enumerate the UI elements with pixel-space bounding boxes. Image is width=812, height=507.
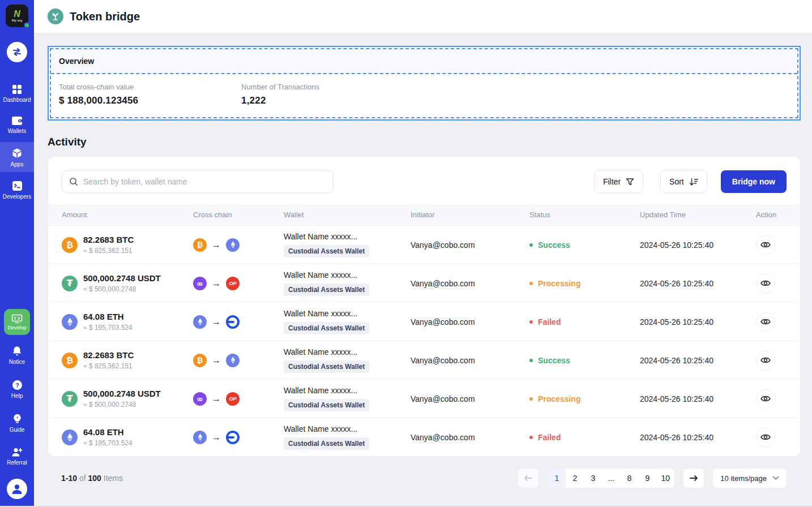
top-header: Token bridge bbox=[34, 0, 812, 33]
develop-monitor-icon bbox=[11, 314, 23, 324]
sidebar-item-label: Notice bbox=[9, 359, 25, 365]
action-cell bbox=[756, 274, 800, 293]
updated-time-cell: 2024-05-26 10:25:40 bbox=[640, 317, 756, 326]
table-body: ₿82.2683 BTC≈ $ 825,362.151₿→Wallet Name… bbox=[48, 225, 800, 456]
bridge-now-button[interactable]: Bridge now bbox=[721, 170, 787, 193]
search-box[interactable] bbox=[62, 170, 334, 193]
table-row[interactable]: ₿82.2683 BTC≈ $ 825,362.151₿→Wallet Name… bbox=[48, 341, 800, 379]
amount-cell: 64.08 ETH≈ $ 195,703.524 bbox=[62, 427, 193, 447]
overview-card[interactable]: Overview Total cross-chain value $ 188,0… bbox=[48, 46, 801, 121]
page-ellipsis[interactable]: ... bbox=[602, 469, 620, 488]
cross-chain-cell: ₿→ bbox=[193, 354, 284, 367]
table-row[interactable]: 64.08 ETH≈ $ 195,703.524→Wallet Name xxx… bbox=[48, 418, 800, 456]
table-row[interactable]: 64.08 ETH≈ $ 195,703.524→Wallet Name xxx… bbox=[48, 302, 800, 341]
wallet-cell: Wallet Name xxxxx...Custodial Assets Wal… bbox=[284, 232, 411, 257]
table-row[interactable]: ₮500,000.2748 USDT≈ $ 500,000.2748∞→OPWa… bbox=[48, 264, 800, 302]
items-per-page-select[interactable]: 10 items/page bbox=[712, 468, 787, 488]
initiator-cell: Vanya@cobo.com bbox=[411, 394, 529, 403]
org-logo[interactable]: N My org bbox=[6, 5, 28, 27]
wallet-name: Wallet Name xxxxx... bbox=[284, 424, 411, 433]
stat-value: $ 188,000.123456 bbox=[59, 95, 241, 106]
initiator-cell: Vanya@cobo.com bbox=[411, 240, 529, 250]
sidebar-item-apps[interactable]: Apps bbox=[0, 142, 34, 172]
table-row[interactable]: ₿82.2683 BTC≈ $ 825,362.151₿→Wallet Name… bbox=[48, 225, 800, 264]
page-number[interactable]: 3 bbox=[584, 469, 602, 488]
eth-icon bbox=[226, 238, 240, 252]
sidebar-item-dashboard[interactable]: Dashboard bbox=[0, 79, 34, 108]
btc-icon: ₿ bbox=[62, 237, 78, 253]
wallet-cell: Wallet Name xxxxx...Custodial Assets Wal… bbox=[284, 347, 411, 373]
chain-arrow-icon: → bbox=[212, 278, 221, 289]
wallet-cell: Wallet Name xxxxx...Custodial Assets Wal… bbox=[284, 309, 411, 334]
sort-button-label: Sort bbox=[669, 177, 684, 186]
col-action: Action bbox=[756, 210, 800, 219]
filter-button[interactable]: Filter bbox=[594, 170, 643, 193]
sidebar-item-help[interactable]: ? Help bbox=[0, 376, 34, 403]
status-cell: Failed bbox=[529, 317, 640, 326]
stat-label: Number of Transactions bbox=[241, 83, 424, 91]
wallet-cell: Wallet Name xxxxx...Custodial Assets Wal… bbox=[284, 270, 411, 296]
optimism-icon: OP bbox=[226, 277, 240, 290]
cross-chain-cell: ∞→OP bbox=[193, 392, 284, 406]
initiator-cell: Vanya@cobo.com bbox=[411, 317, 529, 326]
filter-button-label: Filter bbox=[603, 177, 621, 186]
status-label: Success bbox=[538, 356, 570, 365]
next-page-button[interactable] bbox=[683, 468, 704, 488]
btc-icon: ₿ bbox=[193, 238, 207, 252]
wallet-type-badge: Custodial Assets Wallet bbox=[284, 399, 369, 411]
user-avatar[interactable] bbox=[7, 479, 27, 499]
sidebar-item-developers[interactable]: Developers bbox=[0, 175, 34, 204]
sidebar-item-notice[interactable]: Notice bbox=[0, 342, 34, 369]
amount-usd-estimate: ≈ $ 500,000.2748 bbox=[83, 401, 161, 409]
col-status: Status bbox=[529, 210, 640, 219]
wallet-type-badge: Custodial Assets Wallet bbox=[284, 322, 369, 334]
sidebar-item-referral[interactable]: Referral bbox=[0, 444, 34, 470]
sidebar: N My org Dashboard bbox=[0, 0, 34, 507]
wallet-cell: Wallet Name xxxxx...Custodial Assets Wal… bbox=[284, 386, 411, 411]
chain-arrow-icon: → bbox=[212, 432, 221, 442]
wallet-icon bbox=[11, 116, 23, 126]
filter-funnel-icon bbox=[626, 178, 634, 186]
cross-chain-cell: ∞→OP bbox=[193, 277, 284, 290]
search-input[interactable] bbox=[83, 177, 326, 186]
usdt-icon: ₮ bbox=[62, 276, 78, 291]
page-number[interactable]: 2 bbox=[566, 469, 584, 488]
view-details-button[interactable] bbox=[756, 351, 775, 370]
col-updated-time: Updated Time bbox=[640, 210, 756, 219]
page-number[interactable]: 10 bbox=[656, 469, 674, 488]
stat-total-cross-chain-value: Total cross-chain value $ 188,000.123456 bbox=[59, 83, 241, 106]
table-row[interactable]: ₮500,000.2748 USDT≈ $ 500,000.2748∞→OPWa… bbox=[48, 379, 800, 418]
apps-cube-icon bbox=[11, 147, 23, 159]
view-details-button[interactable] bbox=[756, 389, 775, 409]
amount-usd-estimate: ≈ $ 500,000.2748 bbox=[83, 285, 161, 293]
btc-icon: ₿ bbox=[62, 353, 78, 368]
view-details-button[interactable] bbox=[756, 428, 775, 447]
bell-icon bbox=[12, 346, 22, 356]
amount-usd-estimate: ≈ $ 825,362.151 bbox=[83, 247, 134, 255]
chain-arrow-icon: → bbox=[212, 394, 221, 404]
sidebar-item-guide[interactable]: Guide bbox=[0, 410, 34, 437]
page-number[interactable]: 8 bbox=[620, 469, 638, 488]
sidebar-item-swap[interactable] bbox=[7, 42, 27, 62]
view-details-button[interactable] bbox=[756, 235, 775, 255]
optimism-icon: OP bbox=[226, 392, 240, 406]
wallet-type-badge: Custodial Assets Wallet bbox=[284, 437, 369, 450]
eye-icon bbox=[760, 241, 771, 248]
view-details-button[interactable] bbox=[756, 274, 775, 293]
sidebar-item-wallets[interactable]: Wallets bbox=[0, 111, 34, 139]
wallet-type-badge: Custodial Assets Wallet bbox=[284, 360, 369, 373]
page-number[interactable]: 9 bbox=[638, 469, 656, 488]
stat-label: Total cross-chain value bbox=[59, 83, 241, 91]
col-wallet: Wallet bbox=[284, 210, 411, 219]
action-cell bbox=[756, 351, 800, 370]
org-logo-icon: N bbox=[14, 10, 20, 19]
sidebar-item-develop[interactable]: Develop bbox=[4, 309, 30, 335]
amount-value: 82.2683 BTC bbox=[83, 235, 134, 244]
swap-icon bbox=[11, 46, 23, 58]
sort-button[interactable]: Sort bbox=[660, 170, 707, 193]
page-number[interactable]: 1 bbox=[548, 469, 566, 488]
polygon-icon: ∞ bbox=[193, 392, 207, 406]
view-details-button[interactable] bbox=[756, 312, 775, 332]
eye-icon bbox=[760, 433, 771, 441]
prev-page-button[interactable] bbox=[518, 468, 539, 488]
